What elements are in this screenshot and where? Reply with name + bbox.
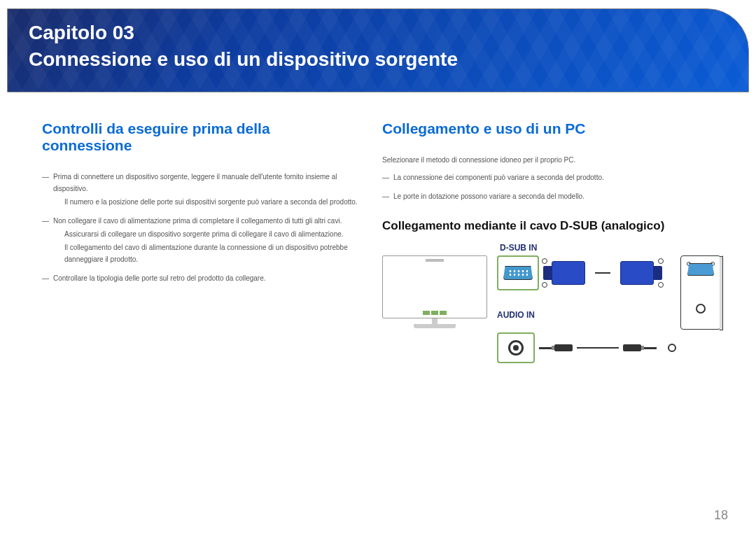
check-item-2-sub2: Il collegamento del cavo di alimentazion… (53, 241, 361, 265)
audio-row (497, 332, 676, 363)
check-item-1: Prima di connettere un dispositivo sorge… (42, 171, 361, 208)
audio-port-box (497, 332, 535, 363)
left-body: Prima di connettere un dispositivo sorge… (42, 171, 361, 284)
check-item-1-sub: Il numero e la posizione delle porte sui… (53, 196, 361, 208)
right-intro: Selezionare il metodo di connessione ido… (382, 154, 721, 202)
connection-diagram: D-SUB IN (382, 243, 721, 373)
check-item-2: Non collegare il cavo di alimentazione p… (42, 215, 361, 265)
audio-label: AUDIO IN (497, 310, 676, 320)
left-heading: Controlli da eseguire prima della connes… (42, 120, 361, 154)
chapter-title: Connessione e uso di un dispositivo sorg… (29, 48, 727, 71)
pc-icon (680, 255, 721, 330)
vga-cable-connector-right (615, 257, 662, 289)
dsub-subheading: Collegamento mediante il cavo D-SUB (ana… (382, 219, 721, 233)
intro-text: Selezionare il metodo di connessione ido… (382, 154, 721, 166)
note-1: La connessione dei componenti può variar… (382, 171, 721, 183)
vga-cable-line (595, 272, 610, 274)
check-item-3-main: Controllare la tipologia delle porte sul… (53, 274, 266, 282)
page-number: 18 (714, 508, 728, 523)
chapter-number: Capitolo 03 (29, 22, 727, 44)
vga-cable-connector-left (543, 257, 591, 289)
audio-jack-icon (508, 340, 524, 356)
pc-audio-port-icon (696, 304, 706, 314)
monitor-icon (382, 255, 487, 330)
left-column: Controlli da eseguire prima della connes… (42, 120, 361, 373)
content-area: Controlli da eseguire prima della connes… (0, 92, 756, 373)
dsub-port-box (497, 255, 539, 290)
audio-plug-right (623, 344, 657, 351)
pc-audio-jack-icon (668, 344, 676, 352)
chapter-header: Capitolo 03 Connessione e uso di un disp… (7, 8, 749, 92)
audio-plug-left (539, 344, 573, 351)
right-heading: Collegamento e uso di un PC (382, 120, 721, 137)
check-item-2-main: Non collegare il cavo di alimentazione p… (53, 217, 342, 225)
dsub-label: D-SUB IN (500, 243, 721, 253)
check-item-2-sub: Assicurarsi di collegare un dispositivo … (53, 228, 361, 240)
vga-port-icon (503, 266, 533, 280)
note-2: Le porte in dotazione possono variare a … (382, 190, 721, 202)
pc-vga-port-icon (687, 263, 714, 276)
dsub-row (497, 255, 676, 290)
check-item-3: Controllare la tipologia delle porte sul… (42, 272, 361, 284)
right-column: Collegamento e uso di un PC Selezionare … (382, 120, 721, 373)
check-item-1-main: Prima di connettere un dispositivo sorge… (53, 173, 337, 192)
audio-cable-line (577, 347, 619, 349)
